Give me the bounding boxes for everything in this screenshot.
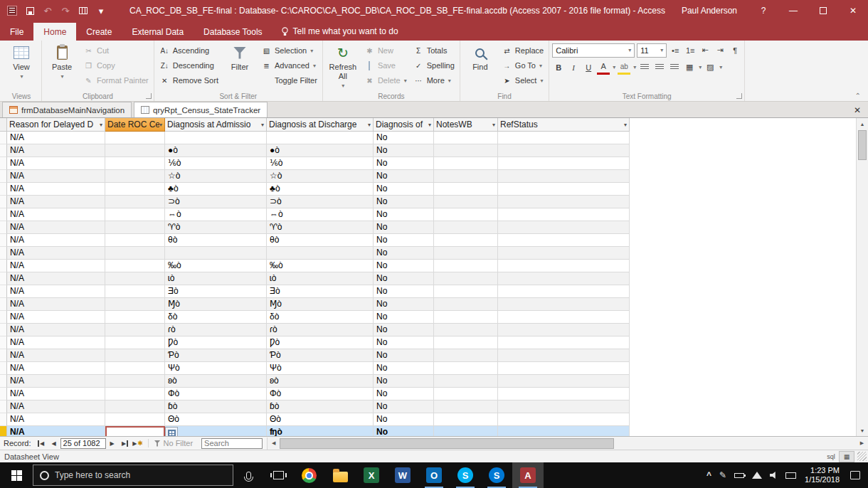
- cell-ref[interactable]: [498, 362, 630, 375]
- cell-reason[interactable]: N/A: [7, 324, 105, 336]
- record-selector[interactable]: [0, 221, 7, 234]
- column-filter-arrow-icon[interactable]: ▾: [624, 122, 627, 128]
- cell-ref[interactable]: [498, 401, 630, 413]
- cell-date_roc[interactable]: [105, 349, 165, 362]
- cell-diag[interactable]: No: [374, 234, 434, 247]
- vertical-scrollbar[interactable]: ▲ ▼: [856, 118, 868, 436]
- taskbar-skype-business-button[interactable]: S: [481, 462, 512, 488]
- cell-ref[interactable]: [498, 324, 630, 336]
- taskbar-clock[interactable]: 1:23 PM 1/15/2018: [802, 462, 842, 488]
- cell-ref[interactable]: [498, 157, 630, 170]
- next-record-button[interactable]: ▶: [106, 438, 119, 449]
- cell-reason[interactable]: N/A: [7, 413, 105, 426]
- record-selector[interactable]: [0, 144, 7, 157]
- close-object-button[interactable]: ✕: [854, 105, 868, 117]
- column-filter-arrow-icon[interactable]: ▾: [368, 122, 371, 128]
- cell-date_roc[interactable]: [105, 208, 165, 221]
- undo-button[interactable]: ↶: [40, 3, 55, 18]
- cell-dis[interactable]: ●ò: [267, 144, 374, 157]
- cell-diag[interactable]: No: [374, 208, 434, 221]
- cell-diag[interactable]: No: [374, 221, 434, 234]
- taskbar-search-box[interactable]: Type here to search: [33, 465, 233, 486]
- cell-ref[interactable]: [498, 196, 630, 208]
- cell-adm[interactable]: [165, 426, 267, 436]
- cell-dis[interactable]: θò: [267, 234, 374, 247]
- font-color-button[interactable]: A: [597, 60, 610, 75]
- cell-diag[interactable]: No: [374, 196, 434, 208]
- ribbon-tab-database-tools[interactable]: Database Tools: [194, 23, 272, 41]
- record-selector[interactable]: [0, 272, 7, 285]
- cell-reason[interactable]: N/A: [7, 144, 105, 157]
- minimize-button[interactable]: —: [778, 0, 808, 21]
- cell-ref[interactable]: [498, 260, 630, 272]
- paragraph-direction-button[interactable]: ¶: [729, 43, 741, 58]
- cell-date_roc[interactable]: [105, 183, 165, 196]
- cell-adm[interactable]: [165, 247, 267, 260]
- cell-notes[interactable]: [434, 272, 498, 285]
- cell-adm[interactable]: θò: [165, 234, 267, 247]
- cell-diag[interactable]: No: [374, 426, 434, 436]
- cell-reason[interactable]: N/A: [7, 426, 105, 436]
- ribbon-tab-file[interactable]: File: [0, 23, 33, 41]
- cell-date_roc[interactable]: [105, 311, 165, 324]
- cell-reason[interactable]: N/A: [7, 311, 105, 324]
- italic-button[interactable]: I: [567, 60, 580, 75]
- cell-ref[interactable]: [498, 132, 630, 144]
- align-left-button[interactable]: [638, 60, 651, 75]
- cell-adm[interactable]: ♈ò: [165, 221, 267, 234]
- table-row[interactable]: N/ANo: [0, 132, 868, 144]
- descending-button[interactable]: Z↓ Descending: [157, 58, 221, 73]
- toggle-filter-button[interactable]: Toggle Filter: [259, 73, 319, 87]
- cell-dis[interactable]: ʚò: [267, 375, 374, 388]
- cell-adm[interactable]: Ƿò: [165, 336, 267, 349]
- totals-button[interactable]: Σ Totals: [411, 43, 457, 58]
- underline-button[interactable]: U: [582, 60, 595, 75]
- decrease-indent-button[interactable]: ⇤: [699, 43, 711, 58]
- cell-reason[interactable]: N/A: [7, 272, 105, 285]
- new-record-button[interactable]: ✱ New: [362, 43, 409, 58]
- cell-notes[interactable]: [434, 183, 498, 196]
- table-row[interactable]: N/AƤòƤòNo: [0, 349, 868, 362]
- cell-date_roc[interactable]: [105, 413, 165, 426]
- cell-reason[interactable]: N/A: [7, 234, 105, 247]
- cell-notes[interactable]: [434, 375, 498, 388]
- table-row[interactable]: N/AΨòΨòNo: [0, 362, 868, 375]
- table-row[interactable]: N/AɾòɾòNo: [0, 324, 868, 336]
- record-search-input[interactable]: [201, 438, 263, 449]
- cell-date_roc[interactable]: [105, 388, 165, 401]
- cell-notes[interactable]: [434, 157, 498, 170]
- maximize-button[interactable]: [808, 0, 838, 21]
- cell-notes[interactable]: [434, 196, 498, 208]
- cell-date_roc[interactable]: [105, 285, 165, 298]
- refresh-all-button[interactable]: ↻ Refresh All ▾: [326, 42, 360, 90]
- delete-record-button[interactable]: ✖ Delete ▾: [362, 73, 409, 87]
- increase-indent-button[interactable]: ⇥: [714, 43, 726, 58]
- cell-ref[interactable]: [498, 413, 630, 426]
- cell-dis[interactable]: ‰ò: [267, 260, 374, 272]
- network-icon[interactable]: [752, 472, 762, 479]
- cell-ref[interactable]: [498, 375, 630, 388]
- cell-notes[interactable]: [434, 349, 498, 362]
- table-row[interactable]: N/A⅙ò⅙òNo: [0, 157, 868, 170]
- select-button[interactable]: ➤ Select ▾: [499, 73, 546, 87]
- more-button[interactable]: ⋯ More ▾: [411, 73, 457, 87]
- cell-ref[interactable]: [498, 183, 630, 196]
- horizontal-scrollbar[interactable]: ◀ ▶: [267, 437, 868, 450]
- record-selector[interactable]: [0, 375, 7, 388]
- record-selector[interactable]: [0, 183, 7, 196]
- cell-diag[interactable]: No: [374, 132, 434, 144]
- cell-adm[interactable]: ⅙ò: [165, 157, 267, 170]
- cell-date_roc[interactable]: [105, 132, 165, 144]
- tell-me-box[interactable]: Tell me what you want to do: [272, 23, 407, 41]
- cell-reason[interactable]: N/A: [7, 196, 105, 208]
- help-button[interactable]: ?: [748, 0, 778, 21]
- font-family-select[interactable]: Calibri ▾: [552, 43, 635, 58]
- cell-dis[interactable]: Θò: [267, 413, 374, 426]
- highlight-color-button[interactable]: ab: [618, 60, 630, 75]
- scroll-right-icon[interactable]: ▶: [856, 440, 868, 446]
- first-record-button[interactable]: ◀: [35, 438, 48, 449]
- cell-diag[interactable]: No: [374, 401, 434, 413]
- cell-notes[interactable]: [434, 324, 498, 336]
- cell-dis[interactable]: Ψò: [267, 362, 374, 375]
- record-selector[interactable]: [0, 362, 7, 375]
